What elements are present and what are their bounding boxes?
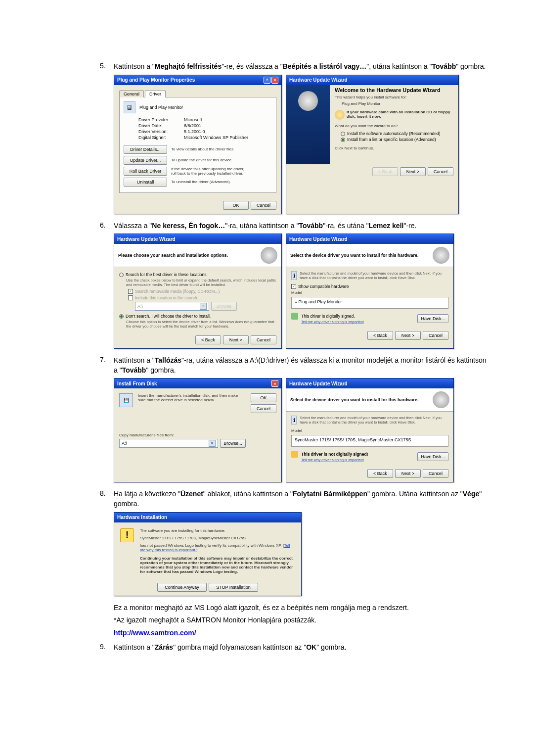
- ok-button[interactable]: OK: [251, 393, 276, 402]
- step-6-text: Válassza a "Ne keress, Én fogok…"-ra, ut…: [114, 221, 490, 231]
- path-dropdown[interactable]: A:\▾: [119, 439, 218, 448]
- model-list[interactable]: ⬥ Plug and Play Monitor: [291, 297, 448, 309]
- cancel-button[interactable]: Cancel: [428, 167, 453, 176]
- browse-button[interactable]: Browse...: [220, 439, 246, 448]
- radio-auto[interactable]: [341, 132, 345, 136]
- next-button[interactable]: Next >: [400, 167, 426, 176]
- driver-details-button[interactable]: Driver Details...: [124, 145, 167, 154]
- help-button[interactable]: ?: [264, 77, 270, 84]
- wizard-select-driver: Hardware Update Wizard Select the device…: [286, 234, 454, 349]
- dialog-title: Hardware Update Wizard: [117, 236, 176, 242]
- step-8-text: Ha látja a következo "Üzenet" ablakot, u…: [114, 489, 490, 509]
- next-button[interactable]: Next >: [395, 469, 421, 478]
- wizard-subhead: Please choose your search and installati…: [118, 253, 228, 258]
- signing-link[interactable]: Tell me why driver signing is important: [301, 458, 414, 462]
- path-dropdown: A:\▾: [135, 302, 209, 311]
- wizard-subhead: Select the device driver you want to ins…: [290, 253, 419, 258]
- dialog-title: Install From Disk: [117, 381, 157, 386]
- monitor-properties-dialog: Plug and Play Monitor Properties ? × Gen…: [114, 75, 282, 214]
- cancel-button[interactable]: Cancel: [251, 335, 276, 344]
- cd-icon: [298, 91, 318, 111]
- hardware-installation-warning: Hardware Installation ! The software you…: [114, 512, 302, 596]
- wizard-heading: Welcome to the Hardware Update Wizard: [335, 87, 455, 93]
- cancel-button[interactable]: Cancel: [251, 404, 276, 413]
- info-icon: ℹ: [291, 271, 297, 280]
- back-button[interactable]: < Back: [367, 469, 393, 478]
- dialog-titlebar: Plug and Play Monitor Properties ? ×: [114, 75, 281, 85]
- step-8-note1: Ez a monitor meghajtó az MS Logó alatt i…: [114, 603, 490, 613]
- back-button[interactable]: < Back: [367, 331, 393, 340]
- step-9-text: Kattintson a "Zárás" gombra majd folyama…: [114, 643, 490, 653]
- checkbox-media: [128, 289, 133, 294]
- continue-anyway-button[interactable]: Continue Anyway: [157, 583, 207, 592]
- samtron-link[interactable]: http://www.samtron.com/: [114, 629, 196, 637]
- cd-icon: [433, 247, 449, 264]
- dialog-title: Hardware Update Wizard: [289, 236, 348, 242]
- cancel-button[interactable]: Cancel: [423, 469, 448, 478]
- stop-installation-button[interactable]: STOP Installation: [209, 583, 258, 592]
- cd-icon: [433, 391, 449, 408]
- back-button: < Back: [372, 167, 398, 176]
- close-button[interactable]: ×: [271, 77, 278, 84]
- wizard-select-driver-model: Hardware Update Wizard Select the device…: [286, 378, 454, 482]
- install-from-disk-dialog: Install From Disk × 💾 Insert the manufac…: [114, 378, 282, 482]
- warning-icon: !: [120, 528, 134, 542]
- ok-button[interactable]: OK: [223, 201, 249, 210]
- hardware-update-wizard-welcome: Hardware Update Wizard Welcome to the Ha…: [286, 75, 459, 214]
- close-button[interactable]: ×: [271, 380, 278, 387]
- cd-icon: [335, 110, 345, 120]
- info-icon: ℹ: [291, 416, 297, 425]
- dialog-title: Hardware Update Wizard: [289, 381, 348, 386]
- tab-general[interactable]: General: [119, 90, 144, 97]
- disk-icon: 💾: [119, 393, 133, 407]
- checkbox-compatible[interactable]: [291, 284, 296, 289]
- radio-search[interactable]: [119, 273, 124, 277]
- wizard-subhead: Select the device driver you want to ins…: [290, 397, 419, 402]
- wizard-banner: [286, 85, 330, 164]
- browse-button: Browse: [211, 302, 237, 311]
- update-driver-button[interactable]: Update Driver...: [124, 156, 167, 165]
- monitor-icon: 🖥: [124, 101, 135, 113]
- have-disk-button[interactable]: Have Disk...: [417, 314, 448, 323]
- have-disk-button[interactable]: Have Disk...: [417, 452, 448, 461]
- step-7-text: Kattintson a "Tallózás"-ra, utána válass…: [114, 356, 490, 375]
- next-button[interactable]: Next >: [223, 335, 249, 344]
- monitor-name: Plug and Play Monitor: [139, 105, 183, 110]
- cancel-button[interactable]: Cancel: [423, 331, 448, 340]
- warning-icon: [291, 451, 298, 458]
- roll-back-driver-button[interactable]: Roll Back Driver: [124, 167, 167, 176]
- checkbox-include: [128, 295, 133, 300]
- tab-driver[interactable]: Driver: [145, 90, 166, 97]
- back-button[interactable]: < Back: [195, 335, 221, 344]
- wizard-search-options: Hardware Update Wizard Please choose you…: [114, 234, 282, 349]
- dialog-title: Hardware Update Wizard: [289, 77, 348, 83]
- cd-icon: [261, 247, 277, 264]
- step-8-note2: *Az igazolt meghajtót a SAMTRON Monitor …: [114, 615, 490, 625]
- chevron-down-icon[interactable]: ▾: [209, 440, 216, 447]
- step-5-text: Kattintson a "Meghajtó felfrissités"-re,…: [114, 62, 490, 72]
- radio-list[interactable]: [341, 138, 345, 142]
- signing-link[interactable]: Tell me why driver signing is important: [301, 320, 414, 324]
- uninstall-button[interactable]: Uninstall: [124, 178, 167, 187]
- signed-icon: [291, 313, 298, 320]
- dialog-title: Hardware Installation: [117, 515, 167, 520]
- next-button[interactable]: Next >: [395, 331, 421, 340]
- dialog-title: Plug and Play Monitor Properties: [117, 77, 195, 83]
- cancel-button[interactable]: Cancel: [251, 201, 276, 210]
- model-list[interactable]: SyncMaster 171S/ 175S/ 170S, MagicSyncMa…: [291, 435, 448, 447]
- radio-dont-search[interactable]: [119, 314, 124, 319]
